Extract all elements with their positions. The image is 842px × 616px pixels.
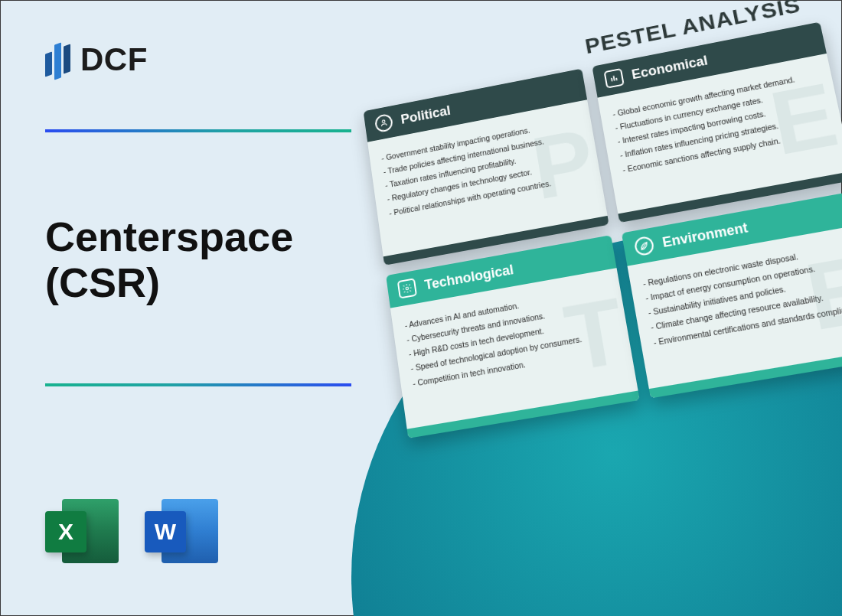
pestel-card-technological: Technological T Advances in AI and autom… [386, 235, 640, 438]
svg-rect-2 [613, 76, 615, 81]
excel-icon: X [45, 494, 119, 568]
card-title: Political [400, 103, 451, 127]
page: DCF Centerspace (CSR) X W PESTEL ANALYSI… [0, 0, 842, 616]
brand-logo-icon [45, 37, 73, 82]
svg-rect-3 [615, 78, 617, 81]
svg-rect-1 [611, 78, 612, 82]
card-letter: E [764, 69, 842, 168]
word-icon-letter: W [145, 511, 186, 552]
word-icon: W [145, 494, 218, 568]
card-items: Advances in AI and automation. Cybersecu… [404, 285, 619, 389]
list-item: Climate change affecting resource availa… [650, 286, 842, 333]
bars-icon [604, 68, 625, 89]
file-type-icons: X W [45, 494, 218, 568]
pestel-stage: PESTEL ANALYSIS Political P Government s… [367, 16, 842, 567]
gear-icon [397, 278, 417, 298]
svg-point-4 [406, 287, 409, 290]
list-item: Regulations on electronic waste disposal… [642, 242, 842, 289]
pestel-card-environment: Environment E Regulations on electronic … [622, 191, 842, 398]
excel-icon-letter: X [45, 511, 86, 552]
list-item: Environmental certifications and standar… [653, 301, 842, 347]
divider-bottom [45, 383, 351, 386]
card-letter: E [798, 240, 842, 344]
brand-name: DCF [80, 41, 148, 78]
list-item: Impact of energy consumption on operatio… [645, 256, 842, 304]
svg-point-0 [382, 120, 385, 123]
divider-top [45, 129, 351, 132]
person-icon [374, 113, 393, 133]
page-title: Centerspace (CSR) [45, 213, 293, 306]
list-item: Sustainability initiatives and policies. [648, 271, 842, 318]
card-items: Regulations on electronic waste disposal… [642, 242, 842, 347]
list-item: Competition in tech innovation. [412, 344, 618, 389]
brand-logo: DCF [45, 37, 148, 82]
leaf-icon [634, 236, 655, 257]
title-line-2: (CSR) [45, 259, 160, 305]
pestel-board: PESTEL ANALYSIS Political P Government s… [351, 0, 842, 439]
title-line-1: Centerspace [45, 213, 293, 259]
card-title: Environment [661, 220, 749, 251]
card-letter: T [559, 284, 631, 386]
